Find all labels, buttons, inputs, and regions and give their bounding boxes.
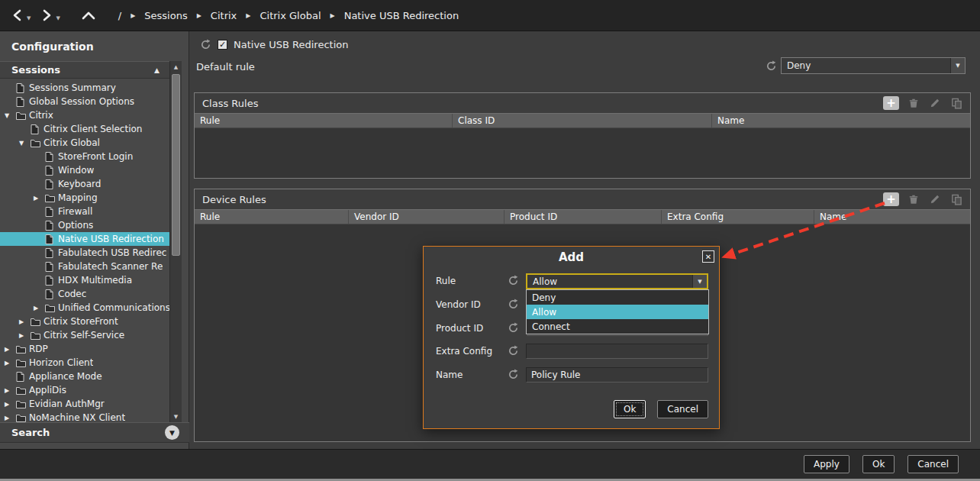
breadcrumb-citrix[interactable]: Citrix [211,10,237,21]
sidebar-item-storefront-login[interactable]: StoreFront Login [0,150,169,163]
expand-arrow-icon[interactable]: ▶ [19,318,31,325]
column-header[interactable]: Product ID [505,210,662,224]
sidebar-item-label: Citrix Global [44,137,100,148]
sidebar-item-citrix-client-selection[interactable]: Citrix Client Selection [0,122,169,136]
expand-arrow-icon[interactable]: ▶ [5,387,16,394]
column-header[interactable]: Class ID [453,114,712,128]
sidebar-item-hdx-multimedia[interactable]: HDX Multimedia [0,273,169,287]
sidebar-section-sessions[interactable]: Sessions ▲ [0,61,169,79]
ok-button[interactable]: Ok [862,455,895,473]
sidebar-item-applidis[interactable]: ▶AppliDis [0,383,169,397]
dialog-cancel-button[interactable]: Cancel [657,400,708,418]
dropdown-option-allow[interactable]: Allow [527,305,708,319]
sidebar-section-search[interactable]: Search ▼ [0,422,189,443]
forward-button[interactable] [38,7,55,24]
reset-icon[interactable] [508,275,519,286]
reset-icon[interactable] [508,345,519,357]
edit-device-rule-button[interactable] [928,193,942,205]
reset-icon[interactable] [508,322,519,334]
expand-arrow-icon[interactable]: ▶ [5,415,16,421]
delete-device-rule-button[interactable] [907,193,920,205]
name-input[interactable] [526,367,708,383]
dropdown-option-connect[interactable]: Connect [527,319,708,334]
column-header[interactable]: Vendor ID [349,210,505,224]
chevron-down-icon[interactable]: ▼ [950,58,965,73]
add-class-rule-button[interactable]: + [883,96,899,110]
expand-arrow-icon[interactable]: ▼ [5,112,16,119]
sidebar-item-unified-communications[interactable]: ▶Unified Communications [0,301,169,315]
sidebar-item-appliance-mode[interactable]: Appliance Mode [0,370,169,383]
sidebar-scrollbar[interactable]: ▲ ▼ [169,61,182,422]
dialog-row-extra-config: Extra Config [424,344,719,360]
edit-class-rule-button[interactable] [928,97,942,109]
sidebar-item-window[interactable]: Window [0,163,169,177]
reset-icon[interactable] [508,299,519,310]
back-history-dropdown-icon[interactable]: ▼ [27,15,31,21]
sidebar-item-fabulatech-usb-redirec[interactable]: Fabulatech USB Redirec [0,246,169,260]
sidebar-item-label: Fabulatech USB Redirec [58,247,166,258]
field-label: Vendor ID [436,299,481,310]
forward-history-dropdown-icon[interactable]: ▼ [56,15,60,21]
breadcrumb-root[interactable]: / [118,10,121,21]
back-button[interactable] [9,7,26,24]
copy-class-rule-button[interactable] [949,97,963,109]
close-button[interactable]: ✕ [702,250,714,263]
sidebar-item-citrix-self-service[interactable]: ▶Citrix Self-Service [0,328,169,342]
sidebar-item-citrix-global[interactable]: ▼Citrix Global [0,136,169,150]
sidebar-item-native-usb-redirection[interactable]: Native USB Redirection [0,232,169,246]
sidebar-item-global-session-options[interactable]: Global Session Options [0,95,169,108]
expand-arrow-icon[interactable]: ▶ [5,360,16,366]
delete-class-rule-button[interactable] [907,97,920,109]
column-header[interactable]: Extra Config [662,210,814,224]
sidebar-item-horizon-client[interactable]: ▶Horizon Client [0,356,169,370]
expand-arrow-icon[interactable]: ▶ [19,332,31,339]
trash-icon [908,194,919,205]
sidebar-item-firewall[interactable]: Firewall [0,205,169,218]
dialog-ok-button[interactable]: Ok [614,400,646,418]
add-device-rule-button[interactable]: + [883,192,899,206]
column-header[interactable]: Name [712,114,970,128]
sidebar-item-keyboard[interactable]: Keyboard [0,177,169,191]
cancel-button[interactable]: Cancel [907,455,959,473]
reset-icon[interactable] [200,39,211,50]
column-header[interactable]: Rule [195,210,349,224]
breadcrumb-sessions[interactable]: Sessions [144,10,187,21]
scroll-up-icon[interactable]: ▲ [170,62,182,72]
dropdown-option-deny[interactable]: Deny [527,290,708,305]
page-enable-checkbox[interactable]: ✓ [218,40,227,50]
collapse-up-icon[interactable]: ▲ [154,66,160,74]
sidebar-item-codec[interactable]: Codec [0,287,169,301]
class-rules-groupbox: Class Rules + Rule Class ID N [194,92,971,179]
sidebar-item-rdp[interactable]: ▶RDP [0,342,169,356]
breadcrumb-native-usb-redirection[interactable]: Native USB Redirection [344,10,459,21]
expand-arrow-icon[interactable]: ▶ [5,346,16,353]
expand-arrow-icon[interactable]: ▶ [34,195,45,202]
sidebar-item-sessions-summary[interactable]: Sessions Summary [0,81,169,95]
chevron-down-icon[interactable]: ▼ [692,275,707,288]
breadcrumb-citrix-global[interactable]: Citrix Global [260,10,321,21]
column-header[interactable]: Name [814,210,970,224]
reset-icon[interactable] [508,369,519,380]
expand-arrow-icon[interactable]: ▼ [19,140,31,147]
copy-icon [951,194,962,205]
sidebar-item-mapping[interactable]: ▶Mapping [0,191,169,205]
extra-config-input[interactable] [526,344,708,359]
reset-icon[interactable] [766,60,777,72]
default-rule-dropdown[interactable]: Deny ▼ [781,57,965,74]
scroll-down-icon[interactable]: ▼ [170,412,182,421]
sidebar-item-fabulatech-scanner-re[interactable]: Fabulatech Scanner Re [0,260,169,273]
expand-arrow-icon[interactable]: ▶ [34,305,45,312]
scrollbar-thumb[interactable] [172,74,180,256]
class-rules-table-body[interactable] [195,128,970,178]
up-level-button[interactable] [80,7,97,24]
copy-device-rule-button[interactable] [949,193,963,205]
sidebar-item-citrix-storefront[interactable]: ▶Citrix StoreFront [0,315,169,328]
sidebar-item-evidian-authmgr[interactable]: ▶Evidian AuthMgr [0,397,169,411]
sidebar-item-citrix[interactable]: ▼Citrix [0,108,169,122]
jump-down-icon[interactable]: ▼ [165,425,179,440]
rule-dropdown[interactable]: Allow ▼ [526,273,708,289]
column-header[interactable]: Rule [195,114,453,128]
apply-button[interactable]: Apply [804,455,849,473]
sidebar-item-options[interactable]: Options [0,218,169,232]
expand-arrow-icon[interactable]: ▶ [5,401,16,408]
